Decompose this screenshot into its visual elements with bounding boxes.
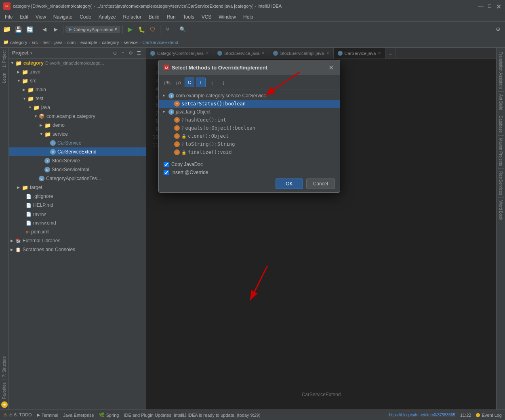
dialog-method-clone[interactable]: m 🔒 clone():Object (159, 132, 340, 140)
breadcrumb-com[interactable]: com (67, 40, 76, 45)
menu-code[interactable]: Code (76, 13, 95, 21)
tree-item-carservice[interactable]: ▶ I CarService (9, 139, 146, 147)
right-panel-restservices[interactable]: RestServices (498, 169, 504, 198)
toolbar-settings-btn[interactable]: ⚙ (493, 24, 503, 35)
left-strip-structure[interactable]: 7: Structure (1, 354, 7, 380)
tree-item-target[interactable]: ▶ 📁 target (9, 183, 146, 192)
project-panel-locate-btn[interactable]: ⊕ (111, 49, 118, 57)
tree-item-mvnwcmd[interactable]: ▶ 📄 mvnw.cmd (9, 218, 146, 227)
status-terminal[interactable]: ▶ Terminal (37, 412, 59, 418)
dialog-method-tostring[interactable]: m ? toString():String (159, 140, 340, 148)
menu-edit[interactable]: Edit (17, 13, 32, 21)
checkbox-copydoc[interactable] (164, 162, 169, 167)
project-panel-settings-btn[interactable]: ⚙ (127, 49, 135, 57)
tab-stockserviceimpl[interactable]: StockServiceImpl.java ✕ (269, 48, 333, 59)
tree-item-extlibs[interactable]: ▶ 📚 External Libraries (9, 236, 146, 245)
tree-item-stockservice[interactable]: ▶ I StockService (9, 156, 146, 165)
run-config-selector[interactable]: ▶ CategoryApplication ▾ (65, 26, 120, 33)
breadcrumb-example[interactable]: example (80, 40, 97, 45)
right-panel-wordbook[interactable]: Word Book (498, 198, 504, 223)
toolbar-debug-btn[interactable]: 🐛 (136, 24, 147, 35)
breadcrumb-java[interactable]: java (55, 40, 63, 45)
menu-analyze[interactable]: Analyze (95, 13, 119, 21)
dialog-toolbar-i-btn[interactable]: I (196, 78, 206, 87)
project-panel-hide-btn[interactable]: ☰ (135, 49, 143, 57)
breadcrumb-category[interactable]: 📁 category (3, 40, 27, 45)
breadcrumb-test[interactable]: test (42, 40, 50, 45)
maximize-button[interactable]: □ (486, 3, 493, 9)
close-button[interactable]: ✕ (495, 3, 502, 9)
tab-stockservice[interactable]: StockService.java ✕ (213, 48, 269, 59)
tree-item-mvnw[interactable]: ▶ 📄 mvnw (9, 210, 146, 218)
breadcrumb-service[interactable]: service (124, 40, 138, 45)
dialog-method-setcarstatus[interactable]: m setCarStatus():boolean (159, 100, 340, 108)
breadcrumb-carserviceextend[interactable]: CarServiceExtend (143, 40, 179, 45)
dialog-toolbar-sort-btn[interactable]: ↓% (162, 78, 172, 87)
toolbar-save-btn[interactable]: 💾 (13, 24, 23, 35)
tree-item-scratches[interactable]: ▶ 📋 Scratches and Consoles (9, 245, 146, 254)
dialog-toolbar-alpha-btn[interactable]: ↓A (173, 78, 183, 87)
toolbar-git-btn[interactable]: ⑂ (162, 24, 173, 35)
right-panel-database[interactable]: Database (498, 113, 504, 136)
breadcrumb-category2[interactable]: category (102, 40, 119, 45)
left-strip-learn[interactable]: Learn (1, 70, 7, 86)
right-panel-antbuild[interactable]: Ant Build (498, 92, 504, 113)
tab-close-stockservice[interactable]: ✕ (261, 51, 265, 55)
tree-item-root[interactable]: ▼ 📁 category D:\work_xinao\demo\catego..… (9, 59, 146, 67)
project-panel-arrow[interactable]: ▾ (30, 51, 32, 55)
status-javaenterprise[interactable]: Java Enterprise (63, 413, 94, 418)
tree-item-demo[interactable]: ▶ 📁 demo (9, 121, 146, 130)
checkbox-override[interactable] (164, 170, 169, 175)
left-strip-project[interactable]: 1: Project (1, 48, 7, 70)
status-eventlog[interactable]: Event Log (476, 413, 502, 418)
menu-window[interactable]: Window (215, 13, 239, 21)
tree-item-carserviceextend[interactable]: ▶ C CarServiceExtend (9, 147, 146, 156)
status-todo[interactable]: ⚠ ⚠ 6: TODO (3, 412, 32, 418)
menu-help[interactable]: Help (240, 13, 257, 21)
status-link[interactable]: https://blog.csdn.net/item0/37583665 (389, 413, 455, 417)
tree-item-pomxml[interactable]: ▶ m pom.xml (9, 227, 146, 236)
dialog-group-object[interactable]: ▼ I java.lang.Object (159, 108, 340, 116)
tree-item-java[interactable]: ▼ 📁 java (9, 103, 146, 112)
menu-navigate[interactable]: Navigate (50, 13, 76, 21)
project-panel-collapse-btn[interactable]: ≡ (119, 49, 126, 57)
tab-more[interactable]: ... (385, 48, 396, 59)
dialog-ok-button[interactable]: OK (276, 178, 303, 189)
tree-item-com[interactable]: ▼ 📦 com.example.category (9, 112, 146, 121)
left-strip-favorites[interactable]: Favorites (1, 380, 7, 401)
tree-item-main[interactable]: ▶ 📁 main (9, 85, 146, 94)
toolbar-forward-btn[interactable]: ▶ (50, 24, 61, 35)
dialog-cancel-button[interactable]: Cancel (306, 178, 335, 189)
right-panel-translation[interactable]: Translation Assistant (498, 49, 504, 92)
breadcrumb-src[interactable]: src (32, 40, 38, 45)
right-panel-maven[interactable]: Maven Projects (498, 136, 504, 169)
tab-close-category[interactable]: ✕ (206, 51, 209, 55)
menu-run[interactable]: Run (164, 13, 179, 21)
toolbar-run-btn[interactable]: ▶ (125, 24, 135, 35)
menu-file[interactable]: File (2, 13, 16, 21)
toolbar-open-btn[interactable]: 📁 (2, 24, 12, 35)
dialog-method-equals[interactable]: m ? equals(o:Object):boolean (159, 124, 340, 132)
menu-vcs[interactable]: VCS (198, 13, 215, 21)
tab-close-carservice[interactable]: ✕ (378, 51, 381, 55)
toolbar-search-btn[interactable]: 🔍 (177, 24, 188, 35)
minimize-button[interactable]: — (478, 3, 484, 9)
dialog-method-hashcode[interactable]: m ? hashCode():int (159, 116, 340, 124)
tab-carservice[interactable]: CarService.java ✕ (334, 48, 386, 59)
menu-refactor[interactable]: Refactor (120, 13, 145, 21)
dialog-toolbar-collapse-btn[interactable]: ↨ (219, 78, 228, 87)
tree-item-src[interactable]: ▼ 📁 src (9, 76, 146, 85)
tree-item-stockserviceimpl[interactable]: ▶ C StockServiceImpl (9, 165, 146, 174)
toolbar-refresh-btn[interactable]: 🔄 (24, 24, 35, 35)
tree-item-helpmd[interactable]: ▶ 📄 HELP.md (9, 201, 146, 210)
dialog-method-finalize[interactable]: m 🔒 finalize():void (159, 148, 340, 156)
left-strip-star[interactable]: ★ (1, 401, 8, 408)
toolbar-coverage-btn[interactable]: 🛡 (147, 24, 158, 35)
menu-view[interactable]: View (32, 13, 49, 21)
tab-categoryjava[interactable]: CategoryController.java ✕ (146, 48, 213, 59)
toolbar-back-btn[interactable]: ◀ (39, 24, 50, 35)
tab-close-stockserviceimpl[interactable]: ✕ (326, 51, 329, 55)
tree-item-mvn[interactable]: ▶ 📁 .mvn (9, 67, 146, 76)
dialog-toolbar-expand-btn[interactable]: ↕ (207, 78, 217, 87)
dialog-group-carservice[interactable]: ▼ I com.example.category.service.CarServ… (159, 92, 340, 100)
